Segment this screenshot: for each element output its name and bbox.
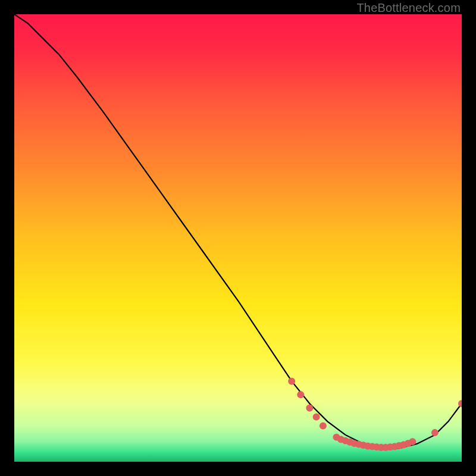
- data-marker: [313, 414, 320, 421]
- chart-plot: [14, 14, 462, 462]
- data-marker: [431, 429, 439, 436]
- data-marker: [306, 405, 313, 412]
- data-marker: [297, 391, 304, 398]
- chart-frame: [14, 14, 462, 462]
- data-marker: [320, 422, 327, 430]
- data-marker: [409, 438, 416, 445]
- gradient-background: [14, 14, 462, 462]
- watermark-text: TheBottleneck.com: [356, 1, 461, 15]
- data-marker: [288, 378, 295, 385]
